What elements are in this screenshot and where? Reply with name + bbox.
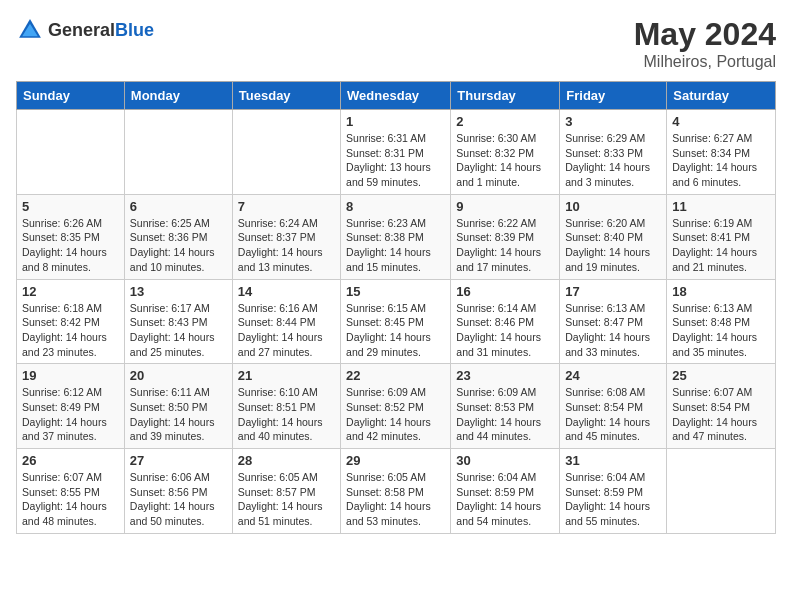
day-info: Sunrise: 6:26 AMSunset: 8:35 PMDaylight:…	[22, 216, 119, 275]
calendar-cell: 15Sunrise: 6:15 AMSunset: 8:45 PMDayligh…	[341, 279, 451, 364]
day-info: Sunrise: 6:05 AMSunset: 8:57 PMDaylight:…	[238, 470, 335, 529]
day-number: 7	[238, 199, 335, 214]
calendar-cell: 4Sunrise: 6:27 AMSunset: 8:34 PMDaylight…	[667, 110, 776, 195]
weekday-header-row: SundayMondayTuesdayWednesdayThursdayFrid…	[17, 82, 776, 110]
day-info: Sunrise: 6:19 AMSunset: 8:41 PMDaylight:…	[672, 216, 770, 275]
day-info: Sunrise: 6:13 AMSunset: 8:48 PMDaylight:…	[672, 301, 770, 360]
calendar-cell: 17Sunrise: 6:13 AMSunset: 8:47 PMDayligh…	[560, 279, 667, 364]
day-info: Sunrise: 6:18 AMSunset: 8:42 PMDaylight:…	[22, 301, 119, 360]
calendar-cell	[667, 449, 776, 534]
calendar-cell: 9Sunrise: 6:22 AMSunset: 8:39 PMDaylight…	[451, 194, 560, 279]
day-number: 16	[456, 284, 554, 299]
day-info: Sunrise: 6:30 AMSunset: 8:32 PMDaylight:…	[456, 131, 554, 190]
weekday-header-monday: Monday	[124, 82, 232, 110]
day-number: 24	[565, 368, 661, 383]
calendar-cell: 13Sunrise: 6:17 AMSunset: 8:43 PMDayligh…	[124, 279, 232, 364]
day-number: 1	[346, 114, 445, 129]
page-header: GeneralBlue May 2024 Milheiros, Portugal	[16, 16, 776, 71]
calendar-cell: 11Sunrise: 6:19 AMSunset: 8:41 PMDayligh…	[667, 194, 776, 279]
day-info: Sunrise: 6:05 AMSunset: 8:58 PMDaylight:…	[346, 470, 445, 529]
day-info: Sunrise: 6:04 AMSunset: 8:59 PMDaylight:…	[565, 470, 661, 529]
calendar-cell: 10Sunrise: 6:20 AMSunset: 8:40 PMDayligh…	[560, 194, 667, 279]
calendar-cell: 7Sunrise: 6:24 AMSunset: 8:37 PMDaylight…	[232, 194, 340, 279]
calendar-cell: 28Sunrise: 6:05 AMSunset: 8:57 PMDayligh…	[232, 449, 340, 534]
day-info: Sunrise: 6:09 AMSunset: 8:52 PMDaylight:…	[346, 385, 445, 444]
calendar-cell: 2Sunrise: 6:30 AMSunset: 8:32 PMDaylight…	[451, 110, 560, 195]
calendar-cell: 6Sunrise: 6:25 AMSunset: 8:36 PMDaylight…	[124, 194, 232, 279]
day-info: Sunrise: 6:12 AMSunset: 8:49 PMDaylight:…	[22, 385, 119, 444]
day-info: Sunrise: 6:04 AMSunset: 8:59 PMDaylight:…	[456, 470, 554, 529]
day-info: Sunrise: 6:07 AMSunset: 8:55 PMDaylight:…	[22, 470, 119, 529]
calendar-week-3: 12Sunrise: 6:18 AMSunset: 8:42 PMDayligh…	[17, 279, 776, 364]
day-number: 29	[346, 453, 445, 468]
day-number: 21	[238, 368, 335, 383]
calendar-cell	[17, 110, 125, 195]
day-info: Sunrise: 6:31 AMSunset: 8:31 PMDaylight:…	[346, 131, 445, 190]
day-number: 22	[346, 368, 445, 383]
calendar-cell: 19Sunrise: 6:12 AMSunset: 8:49 PMDayligh…	[17, 364, 125, 449]
calendar-table: SundayMondayTuesdayWednesdayThursdayFrid…	[16, 81, 776, 534]
day-info: Sunrise: 6:15 AMSunset: 8:45 PMDaylight:…	[346, 301, 445, 360]
day-number: 30	[456, 453, 554, 468]
day-number: 20	[130, 368, 227, 383]
logo-general-text: General	[48, 20, 115, 40]
weekday-header-saturday: Saturday	[667, 82, 776, 110]
day-number: 17	[565, 284, 661, 299]
day-number: 13	[130, 284, 227, 299]
day-info: Sunrise: 6:24 AMSunset: 8:37 PMDaylight:…	[238, 216, 335, 275]
day-info: Sunrise: 6:22 AMSunset: 8:39 PMDaylight:…	[456, 216, 554, 275]
day-info: Sunrise: 6:29 AMSunset: 8:33 PMDaylight:…	[565, 131, 661, 190]
day-number: 31	[565, 453, 661, 468]
day-number: 25	[672, 368, 770, 383]
weekday-header-sunday: Sunday	[17, 82, 125, 110]
location-subtitle: Milheiros, Portugal	[634, 53, 776, 71]
calendar-cell: 23Sunrise: 6:09 AMSunset: 8:53 PMDayligh…	[451, 364, 560, 449]
calendar-cell: 31Sunrise: 6:04 AMSunset: 8:59 PMDayligh…	[560, 449, 667, 534]
logo: GeneralBlue	[16, 16, 154, 44]
calendar-week-1: 1Sunrise: 6:31 AMSunset: 8:31 PMDaylight…	[17, 110, 776, 195]
weekday-header-friday: Friday	[560, 82, 667, 110]
day-info: Sunrise: 6:10 AMSunset: 8:51 PMDaylight:…	[238, 385, 335, 444]
calendar-cell: 26Sunrise: 6:07 AMSunset: 8:55 PMDayligh…	[17, 449, 125, 534]
day-number: 23	[456, 368, 554, 383]
day-number: 14	[238, 284, 335, 299]
day-info: Sunrise: 6:20 AMSunset: 8:40 PMDaylight:…	[565, 216, 661, 275]
calendar-week-4: 19Sunrise: 6:12 AMSunset: 8:49 PMDayligh…	[17, 364, 776, 449]
day-number: 15	[346, 284, 445, 299]
month-year-title: May 2024	[634, 16, 776, 53]
day-number: 8	[346, 199, 445, 214]
day-info: Sunrise: 6:23 AMSunset: 8:38 PMDaylight:…	[346, 216, 445, 275]
day-number: 19	[22, 368, 119, 383]
calendar-cell: 14Sunrise: 6:16 AMSunset: 8:44 PMDayligh…	[232, 279, 340, 364]
day-number: 26	[22, 453, 119, 468]
calendar-cell: 8Sunrise: 6:23 AMSunset: 8:38 PMDaylight…	[341, 194, 451, 279]
calendar-cell: 18Sunrise: 6:13 AMSunset: 8:48 PMDayligh…	[667, 279, 776, 364]
calendar-cell	[124, 110, 232, 195]
calendar-cell: 21Sunrise: 6:10 AMSunset: 8:51 PMDayligh…	[232, 364, 340, 449]
calendar-cell: 24Sunrise: 6:08 AMSunset: 8:54 PMDayligh…	[560, 364, 667, 449]
calendar-week-5: 26Sunrise: 6:07 AMSunset: 8:55 PMDayligh…	[17, 449, 776, 534]
day-number: 11	[672, 199, 770, 214]
calendar-cell: 22Sunrise: 6:09 AMSunset: 8:52 PMDayligh…	[341, 364, 451, 449]
calendar-cell: 3Sunrise: 6:29 AMSunset: 8:33 PMDaylight…	[560, 110, 667, 195]
day-info: Sunrise: 6:14 AMSunset: 8:46 PMDaylight:…	[456, 301, 554, 360]
day-info: Sunrise: 6:06 AMSunset: 8:56 PMDaylight:…	[130, 470, 227, 529]
calendar-cell: 25Sunrise: 6:07 AMSunset: 8:54 PMDayligh…	[667, 364, 776, 449]
weekday-header-thursday: Thursday	[451, 82, 560, 110]
calendar-cell: 29Sunrise: 6:05 AMSunset: 8:58 PMDayligh…	[341, 449, 451, 534]
day-number: 2	[456, 114, 554, 129]
logo-blue-text: Blue	[115, 20, 154, 40]
calendar-cell: 1Sunrise: 6:31 AMSunset: 8:31 PMDaylight…	[341, 110, 451, 195]
day-number: 10	[565, 199, 661, 214]
day-info: Sunrise: 6:17 AMSunset: 8:43 PMDaylight:…	[130, 301, 227, 360]
day-info: Sunrise: 6:11 AMSunset: 8:50 PMDaylight:…	[130, 385, 227, 444]
day-number: 12	[22, 284, 119, 299]
day-number: 9	[456, 199, 554, 214]
day-number: 4	[672, 114, 770, 129]
day-number: 5	[22, 199, 119, 214]
day-info: Sunrise: 6:27 AMSunset: 8:34 PMDaylight:…	[672, 131, 770, 190]
calendar-cell: 30Sunrise: 6:04 AMSunset: 8:59 PMDayligh…	[451, 449, 560, 534]
calendar-cell: 16Sunrise: 6:14 AMSunset: 8:46 PMDayligh…	[451, 279, 560, 364]
day-number: 6	[130, 199, 227, 214]
day-info: Sunrise: 6:25 AMSunset: 8:36 PMDaylight:…	[130, 216, 227, 275]
